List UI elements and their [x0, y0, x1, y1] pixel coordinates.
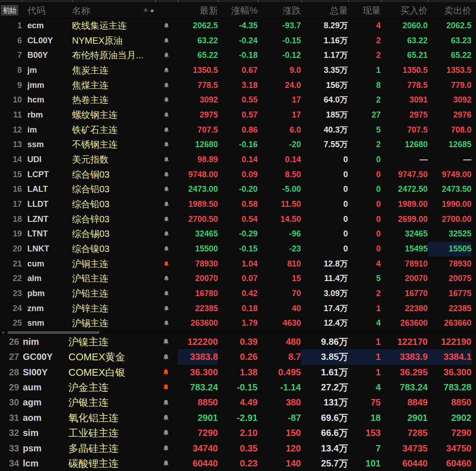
alert-bell-icon[interactable] — [154, 441, 178, 456]
scrollbar-thumb[interactable] — [8, 331, 99, 334]
cell-vol: 13.4万 — [301, 441, 348, 456]
alert-bell-icon[interactable] — [154, 395, 178, 410]
alert-bell-icon[interactable] — [155, 92, 178, 108]
initial-button[interactable]: 初始 — [1, 5, 18, 15]
sun-icon[interactable]: ✳ — [143, 3, 148, 18]
alert-bell-icon[interactable] — [155, 48, 178, 63]
header-ask[interactable]: 卖出价 — [428, 3, 471, 18]
alert-bell-icon[interactable] — [155, 152, 178, 167]
header-chg[interactable]: 涨跌 — [258, 3, 301, 18]
table-row[interactable]: 14UDI美元指数98.890.140.1400—— — [0, 152, 476, 167]
alert-bell-icon[interactable] — [154, 425, 178, 440]
alert-bell-icon[interactable] — [155, 316, 178, 331]
header-pct[interactable]: 涨幅% — [218, 3, 258, 18]
scrollbar-left-arrow[interactable] — [1, 331, 4, 334]
cell-vol: 12.8万 — [301, 256, 348, 271]
table-row[interactable]: 30agm沪银主连88504.49380131万7588498850 — [0, 395, 476, 410]
table-row[interactable]: 1ecm欧线集运主连2062.5-4.35-93.78.29万42060.020… — [0, 18, 476, 33]
alert-bell-icon[interactable] — [154, 456, 178, 471]
header-cur[interactable]: 现量 — [348, 3, 381, 18]
column-divider[interactable] — [72, 0, 73, 2]
column-divider[interactable] — [155, 0, 156, 2]
table-row[interactable]: 18LZNT综合锌032700.500.5414.50002699.002700… — [0, 212, 476, 227]
alert-bell-icon[interactable] — [155, 182, 178, 197]
table-row[interactable]: 19LTNT综合锡0332465-0.29-96003246532525 — [0, 226, 476, 241]
alert-bell-icon[interactable] — [155, 137, 178, 152]
table-row[interactable]: 11rbm螺纹钢主连29750.5717185万2729752976 — [0, 108, 476, 123]
table-row[interactable]: 15LCPT综合铜039748.000.098.50009747.509749.… — [0, 167, 476, 182]
instrument-code: pbm — [22, 286, 72, 301]
alert-bell-icon[interactable] — [155, 78, 178, 93]
header-name[interactable]: 名称 ✳ ● — [72, 3, 155, 18]
table-row[interactable]: 9jmm焦煤主连778.53.1824.0156万8778.5779.0 — [0, 78, 476, 93]
table-row[interactable]: 28SI00YCOMEX白银36.3001.380.4951.61万136.29… — [0, 365, 476, 380]
window-top-edge — [0, 0, 476, 3]
alert-bell-icon[interactable] — [154, 380, 178, 395]
row-number: 15 — [0, 167, 22, 182]
dot-icon[interactable]: ● — [150, 3, 154, 18]
table-row[interactable]: 23pbm沪铅主连167800.42703.09万21677016775 — [0, 286, 476, 301]
alert-bell-icon[interactable] — [155, 18, 178, 33]
table-row[interactable]: 34lcm碳酸锂主连604400.2314025.7万1016044060460 — [0, 456, 476, 471]
alert-bell-icon[interactable] — [155, 271, 178, 286]
table-row[interactable]: 17LLDT综合铅031989.500.5811.50001989.001990… — [0, 197, 476, 212]
alert-bell-icon[interactable] — [155, 108, 178, 123]
table-row[interactable]: 33psm多晶硅主连347400.3512013.4万73473534750 — [0, 441, 476, 456]
table-row[interactable]: 31aom氧化铝主连2901-2.91-8769.6万1829012902 — [0, 410, 476, 425]
column-divider[interactable] — [428, 0, 429, 2]
table-row[interactable]: 25snm沪锡主连2636001.79463012.4万426360026366… — [0, 316, 476, 331]
cell-bid: 3383.9 — [381, 349, 428, 364]
column-divider[interactable] — [381, 0, 382, 2]
table-row[interactable]: 29aum沪金主连783.24-0.15-1.1427.2万4783.24783… — [0, 380, 476, 395]
table-row[interactable]: 13ssm不锈钢主连12680-0.16-207.55万21268012685 — [0, 137, 476, 152]
table-row[interactable]: 21cum沪铜主连789301.0481012.8万47891078930 — [0, 256, 476, 271]
table-row[interactable]: 7B00Y布伦特原油当月...65.22-0.18-0.121.17万265.2… — [0, 48, 476, 63]
header-code[interactable]: 代码 — [22, 3, 72, 18]
cell-pct: -0.15 — [218, 380, 258, 395]
table-row[interactable]: 6CL00YNYMEX原油63.22-0.24-0.151.16万263.226… — [0, 33, 476, 48]
alert-bell-icon[interactable] — [154, 365, 178, 380]
table-row[interactable]: 24znm沪锌主连223850.184017.4万12238022385 — [0, 301, 476, 316]
alert-bell-icon[interactable] — [155, 286, 178, 301]
cell-chg: 6.0 — [258, 123, 301, 138]
column-divider[interactable] — [258, 0, 259, 2]
table-row[interactable]: 32sim工业硅主连72902.1015066.6万15372857290 — [0, 425, 476, 440]
cell-bid: 2975 — [381, 108, 428, 123]
column-divider[interactable] — [348, 0, 349, 2]
table-row[interactable]: 16LALT综合铝032473.00-0.20-5.00002472.50247… — [0, 182, 476, 197]
table-row[interactable]: 27GC00YCOMEX黄金3383.80.268.73.85万13383.93… — [0, 349, 476, 364]
header-bid[interactable]: 买入价 — [381, 3, 428, 18]
table-row[interactable]: 10hcm热卷主连30920.551764.0万230913092 — [0, 92, 476, 108]
alert-bell-icon[interactable] — [154, 334, 178, 349]
header-vol[interactable]: 总量 — [301, 3, 348, 18]
cell-pct: -0.20 — [218, 182, 258, 197]
column-divider[interactable] — [178, 0, 179, 2]
alert-bell-icon[interactable] — [154, 410, 178, 425]
table-row[interactable]: 26nim沪镍主连1222000.394809.86万1122170122190 — [0, 334, 476, 349]
table-row[interactable]: 12im铁矿石主连707.50.866.040.3万5707.5708.0 — [0, 123, 476, 138]
horizontal-scrollbar[interactable] — [0, 331, 476, 334]
cell-cur: 0 — [348, 197, 381, 212]
alert-bell-icon[interactable] — [155, 226, 178, 241]
column-divider[interactable] — [22, 0, 23, 2]
alert-bell-icon[interactable] — [155, 301, 178, 316]
cell-chg: 0.14 — [258, 152, 301, 167]
alert-bell-icon[interactable] — [155, 256, 178, 271]
alert-bell-icon[interactable] — [155, 212, 178, 227]
cell-chg: 70 — [258, 286, 301, 301]
alert-bell-icon[interactable] — [155, 241, 178, 256]
cell-cur: 5 — [348, 271, 381, 286]
alert-bell-icon[interactable] — [155, 197, 178, 212]
column-divider[interactable] — [301, 0, 302, 2]
alert-bell-icon[interactable] — [154, 349, 178, 364]
table-row[interactable]: 20LNKT综合镍0315500-0.15-23001549515505 — [0, 241, 476, 256]
column-divider[interactable] — [218, 0, 219, 2]
header-latest[interactable]: 最新 — [178, 3, 218, 18]
cell-last: 32465 — [178, 226, 218, 241]
alert-bell-icon[interactable] — [155, 167, 178, 182]
table-row[interactable]: 22alm沪铝主连200700.071511.4万52007020075 — [0, 271, 476, 286]
alert-bell-icon[interactable] — [155, 63, 178, 78]
table-row[interactable]: 8jm焦炭主连1350.50.679.03.35万11350.51353.5 — [0, 63, 476, 78]
alert-bell-icon[interactable] — [155, 123, 178, 138]
alert-bell-icon[interactable] — [155, 33, 178, 48]
